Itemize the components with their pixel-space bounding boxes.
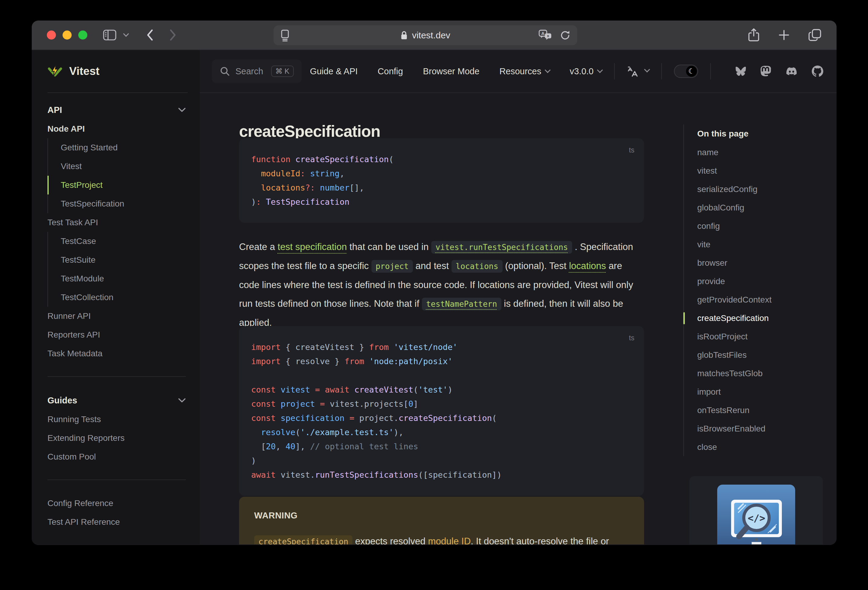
nav-link[interactable]: Guide & API <box>310 66 358 77</box>
sidebar-item[interactable]: Runner API <box>47 307 200 325</box>
bluesky-icon[interactable] <box>735 66 747 77</box>
zoom-window-button[interactable] <box>78 31 87 40</box>
outline-link[interactable]: globTestFiles <box>697 346 825 364</box>
mastodon-icon[interactable] <box>760 66 771 77</box>
close-window-button[interactable] <box>47 31 56 40</box>
outline-link[interactable]: serializedConfig <box>697 180 825 199</box>
search-kbd-shortcut: ⌘ K <box>271 66 294 77</box>
code-line: function createSpecification( <box>251 152 632 166</box>
sidebar-item[interactable]: Running Tests <box>47 410 200 429</box>
tab-overview-icon[interactable] <box>808 29 821 41</box>
page-title: createSpecification <box>239 122 380 140</box>
nav-link[interactable]: Browser Mode <box>423 66 479 77</box>
reload-icon[interactable] <box>560 30 571 41</box>
minimize-window-button[interactable] <box>63 31 72 40</box>
outline-link[interactable]: createSpecification <box>697 309 825 327</box>
sidebar-item[interactable]: Reporters API <box>47 325 200 344</box>
translate-icon <box>627 65 639 77</box>
code-lang-badge: ts <box>629 143 634 157</box>
outline-link[interactable]: isBrowserEnabled <box>697 419 825 438</box>
outline-link[interactable]: close <box>697 438 825 456</box>
warning-title: WARNING <box>254 511 629 521</box>
inline-link[interactable]: test specification <box>278 241 347 252</box>
site-logo[interactable]: Vitest <box>47 50 188 93</box>
address-bar[interactable]: vitest.dev Ax <box>273 25 577 45</box>
share-icon[interactable] <box>748 28 760 42</box>
sidebar-group-header[interactable]: Guides <box>47 391 200 410</box>
inline-link[interactable]: module ID <box>428 536 471 544</box>
reader-view-icon[interactable] <box>280 29 290 41</box>
theme-toggle[interactable]: ☾ <box>674 65 698 78</box>
inline-code: project <box>371 260 413 273</box>
outline-link[interactable]: provide <box>697 272 825 290</box>
site-title: Vitest <box>69 65 99 78</box>
code-line: import { resolve } from 'node:path/posix… <box>251 354 632 368</box>
sidebar-group-references: Config ReferenceTest API Reference <box>47 480 200 531</box>
outline-link[interactable]: browser <box>697 254 825 272</box>
nav-link[interactable]: v3.0.0 <box>570 66 602 77</box>
search-button[interactable]: Search ⌘ K <box>212 59 302 83</box>
sidebar-item[interactable]: Test API Reference <box>47 513 200 531</box>
sidebar-item[interactable]: Getting Started <box>47 138 200 157</box>
discord-icon[interactable] <box>785 66 798 77</box>
nav-link[interactable]: Config <box>378 66 403 77</box>
outline-link[interactable]: isRootProject <box>697 327 825 346</box>
inline-link[interactable]: testNamePattern <box>422 298 501 310</box>
code-line: moduleId: string, <box>251 166 632 181</box>
code-block-example[interactable]: ts import { createVitest } from 'vitest/… <box>239 326 644 496</box>
outline-link[interactable]: matchesTestGlob <box>697 364 825 383</box>
sidebar-item[interactable]: TestProject <box>47 176 200 194</box>
sidebar-item[interactable]: Vitest <box>47 157 200 176</box>
code-line: const specification = project.createSpec… <box>251 411 632 425</box>
svg-text:x: x <box>547 34 549 38</box>
outline-link[interactable]: onTestsRerun <box>697 401 825 419</box>
inline-link[interactable]: vitest.runTestSpecifications <box>431 241 572 254</box>
outline-link[interactable]: vite <box>697 235 825 254</box>
monitor-code-magnifier-illustration: </> <box>717 485 795 544</box>
sidebar-item[interactable]: TestModule <box>47 269 200 288</box>
ad-card[interactable]: </> <box>689 476 823 544</box>
back-button[interactable] <box>146 29 154 41</box>
sidebar: Vitest API Node APIGetting StartedVitest… <box>32 50 200 544</box>
new-tab-icon[interactable] <box>778 29 790 41</box>
sidebar-item[interactable]: Custom Pool <box>47 447 200 466</box>
sidebar-item[interactable]: Extending Reporters <box>47 429 200 447</box>
outline-link[interactable]: import <box>697 383 825 401</box>
inline-code: locations <box>452 260 503 273</box>
sidebar-item[interactable]: Task Metadata <box>47 344 200 363</box>
language-switcher[interactable] <box>627 65 649 77</box>
sidebar-item[interactable]: TestSuite <box>47 251 200 269</box>
translate-page-icon[interactable]: Ax <box>539 29 552 41</box>
outline-link[interactable]: globalConfig <box>697 199 825 217</box>
github-icon[interactable] <box>812 66 823 77</box>
inline-code: createSpecification <box>254 536 353 544</box>
sidebar-item[interactable]: Config Reference <box>47 494 200 513</box>
svg-text:A: A <box>541 31 545 36</box>
chevron-down-icon <box>178 107 186 112</box>
sidebar-group-header[interactable]: API <box>47 100 200 119</box>
outline-link[interactable]: config <box>697 217 825 235</box>
sidebar-item[interactable]: Test Task API <box>47 213 200 232</box>
code-block-signature[interactable]: ts function createSpecification( moduleI… <box>239 138 644 223</box>
sidebar-item[interactable]: TestSpecification <box>47 194 200 213</box>
code-line: ) <box>251 453 632 468</box>
outline-link[interactable]: getProvidedContext <box>697 290 825 309</box>
forward-button[interactable] <box>169 29 177 41</box>
navbar-divider <box>614 63 615 79</box>
window-controls <box>47 31 87 40</box>
social-links <box>735 66 823 77</box>
sidebar-item[interactable]: Node API <box>47 119 200 138</box>
browser-toolbar: vitest.dev Ax <box>32 21 837 50</box>
nav-link[interactable]: Resources <box>499 66 550 77</box>
outline-aside: On this page namevitestserializedConfigg… <box>683 93 825 544</box>
sidebar-item[interactable]: TestCollection <box>47 288 200 307</box>
sidebar-item[interactable]: TestCase <box>47 232 200 251</box>
sidebar-menu-chevron-icon[interactable] <box>123 33 129 37</box>
sidebar-toggle-icon[interactable] <box>103 29 117 41</box>
search-label: Search <box>235 66 263 77</box>
inline-link[interactable]: locations <box>569 260 606 271</box>
tls-lock-icon <box>400 31 408 40</box>
outline-link[interactable]: name <box>697 143 825 162</box>
outline-link[interactable]: vitest <box>697 162 825 180</box>
code-line: ): TestSpecification <box>251 195 632 209</box>
